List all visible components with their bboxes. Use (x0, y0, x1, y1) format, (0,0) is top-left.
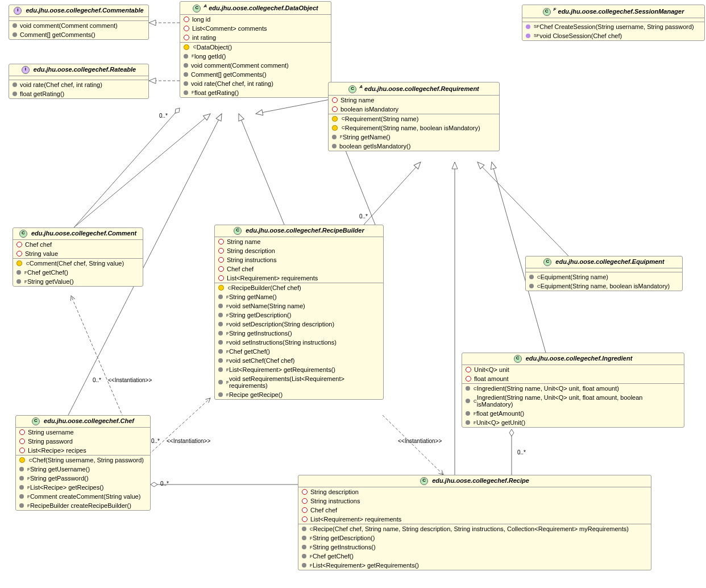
svg-line-6 (477, 162, 568, 256)
class-chef: C edu.jhu.oose.collegechef.ChefString us… (15, 415, 151, 511)
operation-row: FList<Requirement> getRequirements() (215, 365, 383, 374)
operation-row: CEquipment(String name, boolean isMandat… (526, 281, 682, 291)
class-header: C edu.jhu.oose.collegechef.RecipeBuilder (215, 225, 383, 237)
operation-row: Fvoid setDescription(String description) (215, 320, 383, 329)
multiplicity-label: 0..* (93, 377, 101, 383)
operations-section: CRecipeBuilder(Chef chef)FString getName… (215, 283, 383, 399)
attributes-section: String descriptionString instructionsChe… (298, 487, 651, 524)
operation-row: FList<Requirement> getRequirements() (298, 561, 651, 570)
operation-row: Ffloat getRating() (180, 88, 331, 97)
class-header: C edu.jhu.oose.collegechef.Recipe (298, 475, 651, 487)
attribute-row: String password (16, 437, 150, 446)
operation-row: FString getDescription() (298, 533, 651, 543)
attributes-section (9, 76, 148, 80)
attribute-row: List<Requirement> requirements (215, 274, 383, 283)
class-requirement: CA edu.jhu.oose.collegechef.RequirementS… (328, 82, 500, 151)
class-ingredient: C edu.jhu.oose.collegechef.IngredientUni… (462, 353, 684, 428)
attribute-row: String description (215, 246, 383, 255)
operation-row: CRecipeBuilder(Chef chef) (215, 283, 383, 292)
attribute-row: String instructions (298, 496, 651, 506)
operation-row: FList<Recipe> getRecipes() (16, 483, 150, 492)
attributes-section: String usernameString passwordList<Recip… (16, 428, 150, 456)
class-header: C edu.jhu.oose.collegechef.Comment (13, 228, 143, 240)
attribute-row: boolean isMandatory (329, 105, 499, 114)
attribute-row: String instructions (215, 255, 383, 264)
attribute-row: String name (215, 237, 383, 246)
operation-row: CChef(String username, String password) (16, 456, 150, 465)
operation-row: SFChef CreateSession(String username, St… (522, 22, 704, 31)
class-equipment: C edu.jhu.oose.collegechef.EquipmentCEqu… (525, 256, 683, 291)
class-rateable: I edu.jhu.oose.collegechef.Rateablevoid … (9, 64, 149, 99)
operation-row: CRequirement(String name) (329, 114, 499, 123)
multiplicity-label: 0..* (517, 449, 526, 456)
operation-row: Comment[] getComments() (9, 30, 148, 39)
class-header: C edu.jhu.oose.collegechef.Equipment (526, 256, 682, 268)
class-header: C edu.jhu.oose.collegechef.Chef (16, 416, 150, 428)
attributes-section: Chef chefString value (13, 240, 143, 259)
operations-section: CRequirement(String name)CRequirement(St… (329, 114, 499, 151)
operation-row: float getRating() (9, 89, 148, 98)
operation-row: CRecipe(Chef chef, String name, String d… (298, 524, 651, 533)
operations-section: CComment(Chef chef, String value)FChef g… (13, 259, 143, 286)
multiplicity-label: 0..* (160, 481, 169, 487)
class-recipe: C edu.jhu.oose.collegechef.RecipeString … (298, 475, 651, 570)
operation-row: void comment(Comment comment) (180, 61, 331, 70)
operation-row: FChef getChef() (215, 347, 383, 356)
class-recipe-builder: C edu.jhu.oose.collegechef.RecipeBuilder… (214, 225, 384, 400)
svg-line-8 (364, 162, 421, 225)
attribute-row: long id (180, 15, 331, 24)
attribute-row: String description (298, 487, 651, 496)
class-header: I edu.jhu.oose.collegechef.Rateable (9, 64, 148, 76)
multiplicity-label: 0..* (359, 213, 368, 220)
class-header: CA edu.jhu.oose.collegechef.DataObject (180, 2, 331, 15)
operation-row: FString getValue() (13, 277, 143, 286)
attribute-row: Chef chef (215, 264, 383, 274)
operations-section: void rate(Chef chef, int rating)float ge… (9, 80, 148, 98)
operation-row: Comment[] getComments() (180, 70, 331, 79)
operation-row: FRecipeBuilder createRecipeBuilder() (16, 501, 150, 510)
operations-section: CRecipe(Chef chef, String name, String d… (298, 524, 651, 570)
operation-row: CComment(Chef chef, String value) (13, 259, 143, 268)
operation-row: FString getUsername() (16, 465, 150, 474)
attribute-row: String name (329, 96, 499, 105)
attributes-section: Unit<Q> unitfloat amount (462, 365, 684, 384)
class-header: CF edu.jhu.oose.collegechef.SessionManag… (522, 5, 704, 18)
attribute-row: float amount (462, 374, 684, 383)
operation-row: Flong getId() (180, 52, 331, 61)
multiplicity-label: 0..* (151, 438, 160, 444)
attributes-section: String nameboolean isMandatory (329, 96, 499, 114)
svg-line-9 (74, 108, 180, 227)
class-header: I edu.jhu.oose.collegechef.Commentable (9, 5, 148, 17)
operation-row: FRecipe getRecipe() (215, 390, 383, 399)
operation-row: void rate(Chef chef, int rating) (9, 80, 148, 89)
operation-row: boolean getIsMandatory() (329, 142, 499, 151)
multiplicity-label: 0..* (159, 113, 168, 119)
operations-section: void comment(Comment comment)Comment[] g… (9, 21, 148, 39)
operation-row: FChef getChef() (298, 552, 651, 561)
attribute-row: Chef chef (13, 240, 143, 249)
attribute-row: String username (16, 428, 150, 437)
attribute-row: Chef chef (298, 506, 651, 515)
operation-row: Fvoid setChef(Chef chef) (215, 356, 383, 365)
operation-row: FString getName() (329, 132, 499, 142)
class-header: C edu.jhu.oose.collegechef.Ingredient (462, 353, 684, 365)
attributes-section (9, 17, 148, 21)
operation-row: CIngredient(String name, Unit<Q> unit, f… (462, 384, 684, 393)
operation-row: CRequirement(String name, boolean isMand… (329, 123, 499, 132)
stereotype-label: <<Instantiation>> (108, 377, 152, 383)
operations-section: CIngredient(String name, Unit<Q> unit, f… (462, 384, 684, 427)
attribute-row: List<Comment> comments (180, 24, 331, 33)
operation-row: FComment createComment(String value) (16, 492, 150, 501)
operation-row: FString getPassword() (16, 474, 150, 483)
operation-row: FString getInstructions() (298, 543, 651, 552)
operation-row: CIngredient(String name, Unit<Q> unit, f… (462, 393, 684, 409)
operation-row: void rate(Chef chef, int rating) (180, 79, 331, 88)
operation-row: Fvoid setInstructions(String instruction… (215, 338, 383, 347)
operations-section: CEquipment(String name)CEquipment(String… (526, 272, 682, 291)
svg-line-4 (239, 114, 284, 225)
class-data-object: CA edu.jhu.oose.collegechef.DataObjectlo… (180, 1, 331, 98)
stereotype-label: <<Instantiation>> (167, 438, 210, 444)
class-comment: C edu.jhu.oose.collegechef.CommentChef c… (13, 227, 143, 287)
class-commentable: I edu.jhu.oose.collegechef.Commentablevo… (9, 5, 149, 40)
operation-row: Fvoid setName(String name) (215, 301, 383, 310)
